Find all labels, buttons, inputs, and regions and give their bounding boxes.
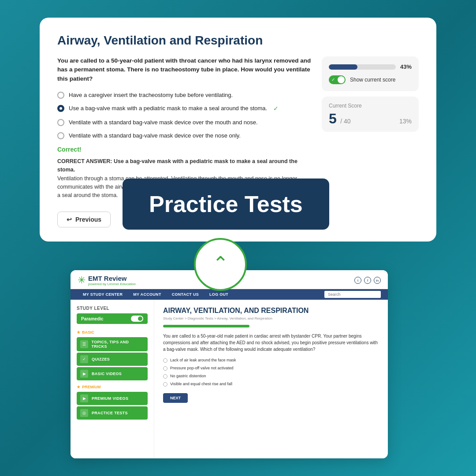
practice-tests-label: PRACTICE TESTS bbox=[92, 411, 128, 415]
score-value: 5 bbox=[329, 111, 337, 126]
progress-section: 43% ✓ Show current score bbox=[322, 56, 419, 91]
progress-bar-row: 43% bbox=[329, 63, 412, 70]
linkedin-icon[interactable]: in bbox=[374, 277, 381, 284]
score-value-row: 5 / 40 bbox=[329, 112, 351, 126]
toggle-check-icon: ✓ bbox=[331, 77, 335, 82]
emt-logo: ✳ EMT Review powered by Limmer Education bbox=[78, 275, 136, 286]
score-pct: 13% bbox=[399, 118, 412, 125]
radio-b[interactable] bbox=[57, 105, 64, 112]
crown-icon: ★ bbox=[77, 385, 80, 389]
explanation-title: CORRECT ANSWER: Use a bag-valve mask wit… bbox=[57, 158, 298, 173]
bottom-answer-text-2: Pressure pop-off valve not activated bbox=[170, 366, 233, 370]
bottom-answer-3[interactable]: No gastric distention bbox=[163, 374, 379, 379]
sidebar-item-basic-videos[interactable]: ▶ BASIC VIDEOS bbox=[77, 367, 148, 380]
bottom-answer-text-3: No gastric distention bbox=[170, 374, 206, 378]
facebook-icon[interactable]: f bbox=[364, 277, 371, 284]
star-icon: ★ bbox=[77, 330, 80, 335]
radio-d[interactable] bbox=[57, 132, 64, 139]
card-title: Airway, Ventilation and Respiration bbox=[57, 33, 419, 48]
bottom-breadcrumb: Study Center > Diagnostic Tests > Airway… bbox=[163, 316, 379, 320]
paramedic-label: Paramedic bbox=[81, 316, 104, 321]
chevron-up-icon: ⌃ bbox=[212, 254, 229, 273]
sidebar-item-topics[interactable]: ☰ TOPICS, TIPS AND TRICKS bbox=[77, 337, 148, 351]
basic-videos-icon: ▶ bbox=[80, 370, 88, 378]
answer-text-c: Ventilate with a standard bag-valve mask… bbox=[69, 119, 258, 126]
bottom-answer-2[interactable]: Pressure pop-off valve not activated bbox=[163, 366, 379, 371]
sidebar-item-quizzes[interactable]: ✓ QUIZZES bbox=[77, 353, 148, 366]
answer-text-b: Use a bag-valve mask with a pediatric ma… bbox=[69, 104, 267, 112]
bottom-radio-3[interactable] bbox=[163, 374, 167, 379]
paramedic-toggle[interactable]: Paramedic bbox=[77, 313, 148, 324]
bottom-radio-1[interactable] bbox=[163, 358, 167, 363]
answer-option-c[interactable]: Ventilate with a standard bag-valve mask… bbox=[57, 119, 311, 126]
bottom-nav: MY STUDY CENTER MY ACCOUNT CONTACT US LO… bbox=[71, 289, 388, 300]
bottom-next-button[interactable]: NEXT bbox=[163, 393, 188, 403]
nav-my-account[interactable]: MY ACCOUNT bbox=[128, 289, 167, 300]
toggle-label: Show current score bbox=[350, 77, 395, 83]
checkmark-icon: ✓ bbox=[273, 104, 279, 113]
radio-c[interactable] bbox=[57, 119, 64, 126]
radio-a[interactable] bbox=[57, 92, 64, 99]
nav-contact-us[interactable]: CONTACT US bbox=[167, 289, 204, 300]
overlay-banner-text: Practice Tests bbox=[149, 191, 303, 217]
bottom-radio-2[interactable] bbox=[163, 366, 167, 371]
previous-button[interactable]: ↩ Previous bbox=[57, 212, 111, 227]
prev-arrow-icon: ↩ bbox=[67, 216, 72, 223]
paramedic-toggle-switch[interactable] bbox=[131, 316, 143, 322]
basic-section-label: ★ BASIC bbox=[77, 330, 148, 335]
answer-option-b[interactable]: Use a bag-valve mask with a pediatric ma… bbox=[57, 104, 311, 113]
bottom-answer-text-4: Visible and equal chest rise and fall bbox=[170, 382, 232, 386]
bottom-main: AIRWAY, VENTILATION, AND RESPIRATION Stu… bbox=[154, 300, 388, 458]
correct-label: Correct! bbox=[57, 146, 311, 153]
premium-videos-icon: ▶ bbox=[80, 394, 88, 402]
bottom-question: You are called to a 50-year-old male pat… bbox=[163, 333, 379, 353]
topics-icon: ☰ bbox=[80, 340, 88, 348]
emt-brand-sub: powered by Limmer Education bbox=[88, 282, 136, 286]
topics-label: TOPICS, TIPS AND TRICKS bbox=[92, 340, 145, 349]
bottom-progress-bar bbox=[163, 325, 249, 327]
answer-text-a: Have a caregiver insert the tracheostomy… bbox=[69, 91, 233, 99]
social-icons: t f in bbox=[354, 277, 381, 284]
bottom-content: STUDY LEVEL Paramedic ★ BASIC ☰ TOPICS, … bbox=[71, 300, 388, 458]
sidebar-item-practice-tests[interactable]: ◎ PRACTICE TESTS bbox=[77, 406, 148, 420]
bottom-radio-4[interactable] bbox=[163, 382, 167, 387]
emt-brand-name: EMT Review bbox=[88, 275, 136, 282]
quizzes-icon: ✓ bbox=[80, 355, 88, 363]
search-input[interactable] bbox=[324, 291, 381, 298]
quizzes-label: QUIZZES bbox=[92, 357, 110, 361]
bottom-card: ✳ EMT Review powered by Limmer Education… bbox=[71, 270, 388, 458]
question-text: You are called to a 50-year-old patient … bbox=[57, 56, 311, 83]
progress-bar-bg bbox=[329, 64, 396, 70]
sidebar-item-premium-videos[interactable]: ▶ PREMIUM VIDEOS bbox=[77, 392, 148, 405]
score-denom: / 40 bbox=[340, 118, 350, 125]
answer-option-d[interactable]: Ventilate with a standard bag-valve mask… bbox=[57, 132, 311, 140]
bottom-sidebar: STUDY LEVEL Paramedic ★ BASIC ☰ TOPICS, … bbox=[71, 300, 154, 458]
emt-brand: EMT Review powered by Limmer Education bbox=[88, 275, 136, 286]
basic-videos-label: BASIC VIDEOS bbox=[92, 372, 122, 376]
bottom-answer-4[interactable]: Visible and equal chest rise and fall bbox=[163, 382, 379, 387]
bottom-main-title: AIRWAY, VENTILATION, AND RESPIRATION bbox=[163, 307, 379, 315]
emt-snowflake-icon: ✳ bbox=[78, 275, 86, 286]
score-title: Current Score bbox=[329, 103, 412, 109]
bottom-answer-text-1: Lack of air leak around the face mask bbox=[170, 358, 236, 362]
nav-study-center[interactable]: MY STUDY CENTER bbox=[78, 289, 128, 300]
score-row: 5 / 40 13% bbox=[329, 112, 412, 126]
score-toggle[interactable]: ✓ bbox=[329, 75, 346, 84]
answer-text-d: Ventilate with a standard bag-valve mask… bbox=[69, 132, 241, 140]
bottom-answer-1[interactable]: Lack of air leak around the face mask bbox=[163, 358, 379, 363]
toggle-row: ✓ Show current score bbox=[329, 75, 412, 84]
bottom-search bbox=[324, 291, 381, 298]
progress-pct: 43% bbox=[400, 63, 412, 70]
twitter-icon[interactable]: t bbox=[354, 277, 361, 284]
premium-videos-label: PREMIUM VIDEOS bbox=[92, 396, 128, 401]
practice-tests-icon: ◎ bbox=[80, 409, 88, 417]
answer-option-a[interactable]: Have a caregiver insert the tracheostomy… bbox=[57, 91, 311, 99]
progress-bar-fill bbox=[329, 64, 357, 70]
chevron-circle[interactable]: ⌃ bbox=[194, 238, 247, 291]
score-section: Current Score 5 / 40 13% bbox=[322, 97, 419, 132]
overlay-banner: Practice Tests bbox=[123, 178, 329, 230]
card-right: 43% ✓ Show current score Current Score 5… bbox=[322, 56, 419, 227]
study-level-label: STUDY LEVEL bbox=[77, 306, 148, 311]
premium-section-label: ★ PREMIUM bbox=[77, 385, 148, 389]
